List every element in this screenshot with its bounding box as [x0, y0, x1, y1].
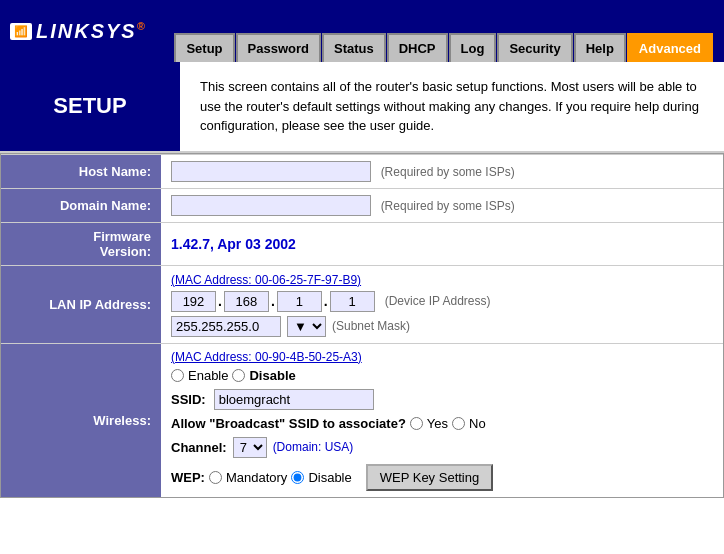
setup-header: SETUP This screen contains all of the ro…: [0, 62, 724, 153]
ssid-row: SSID:: [171, 389, 713, 410]
nav-advanced[interactable]: Advanced: [627, 33, 713, 62]
ip-dot-1: .: [218, 293, 222, 309]
domain-name-note: (Required by some ISPs): [381, 199, 515, 213]
ssid-input[interactable]: [214, 389, 374, 410]
ssid-label: SSID:: [171, 392, 206, 407]
broadcast-yes-label: Yes: [427, 416, 448, 431]
wireless-row: Wireless: (MAC Address: 00-90-4B-50-25-A…: [1, 343, 723, 497]
subnet-dropdown[interactable]: ▼: [287, 316, 326, 337]
wep-mandatory-radio[interactable]: [209, 471, 222, 484]
broadcast-label: Allow "Broadcast" SSID to associate?: [171, 416, 406, 431]
domain-name-value: (Required by some ISPs): [161, 188, 723, 222]
domain-name-row: Domain Name: (Required by some ISPs): [1, 188, 723, 222]
host-name-value: (Required by some ISPs): [161, 154, 723, 188]
form-table: Host Name: (Required by some ISPs) Domai…: [1, 154, 723, 497]
wep-disable-radio[interactable]: [291, 471, 304, 484]
subnet-label: (Subnet Mask): [332, 319, 410, 333]
nav-dhcp[interactable]: DHCP: [387, 33, 448, 62]
channel-row: Channel: 7 (Domain: USA): [171, 437, 713, 458]
ip-dot-3: .: [324, 293, 328, 309]
header: 📶 LINKSYS® Setup Password Status DHCP Lo…: [0, 0, 724, 62]
main-content: Host Name: (Required by some ISPs) Domai…: [0, 153, 724, 498]
nav-password[interactable]: Password: [236, 33, 321, 62]
lan-ip-value: (MAC Address: 00-06-25-7F-97-B9) . . . (…: [161, 265, 723, 343]
device-ip-label: (Device IP Address): [385, 294, 491, 308]
firmware-label: FirmwareVersion:: [1, 222, 161, 265]
subnet-input[interactable]: [171, 316, 281, 337]
wireless-enable-label: Enable: [188, 368, 228, 383]
wireless-label: Wireless:: [1, 343, 161, 497]
wireless-disable-radio[interactable]: [232, 369, 245, 382]
wireless-mac-address[interactable]: (MAC Address: 00-90-4B-50-25-A3): [171, 350, 713, 364]
domain-label: (Domain: USA): [273, 440, 354, 454]
broadcast-row: Allow "Broadcast" SSID to associate? Yes…: [171, 416, 713, 431]
broadcast-no-label: No: [469, 416, 486, 431]
domain-name-label: Domain Name:: [1, 188, 161, 222]
nav-status[interactable]: Status: [322, 33, 386, 62]
brand-name: LINKSYS®: [36, 20, 147, 43]
domain-name-input[interactable]: [171, 195, 371, 216]
ip-dot-2: .: [271, 293, 275, 309]
wireless-value: (MAC Address: 00-90-4B-50-25-A3) Enable …: [161, 343, 723, 497]
channel-label: Channel:: [171, 440, 227, 455]
ip-octet-4[interactable]: [330, 291, 375, 312]
broadcast-yes-radio[interactable]: [410, 417, 423, 430]
nav-log[interactable]: Log: [449, 33, 497, 62]
setup-description: This screen contains all of the router's…: [180, 62, 724, 151]
logo-box: 📶: [10, 23, 32, 40]
host-name-row: Host Name: (Required by some ISPs): [1, 154, 723, 188]
ip-address-row: . . . (Device IP Address): [171, 291, 713, 312]
firmware-value: 1.42.7, Apr 03 2002: [161, 222, 723, 265]
lan-ip-label: LAN IP Address:: [1, 265, 161, 343]
wep-key-setting-button[interactable]: WEP Key Setting: [366, 464, 493, 491]
wireless-disable-label: Disable: [249, 368, 295, 383]
page-title: SETUP: [0, 62, 180, 151]
nav-bar: Setup Password Status DHCP Log Security …: [174, 0, 714, 62]
channel-select[interactable]: 7: [233, 437, 267, 458]
wireless-enable-row: Enable Disable: [171, 368, 713, 383]
host-name-input[interactable]: [171, 161, 371, 182]
wep-label: WEP:: [171, 470, 205, 485]
host-name-note: (Required by some ISPs): [381, 165, 515, 179]
nav-help[interactable]: Help: [574, 33, 626, 62]
ip-octet-1[interactable]: [171, 291, 216, 312]
wep-disable-label: Disable: [308, 470, 351, 485]
lan-ip-row: LAN IP Address: (MAC Address: 00-06-25-7…: [1, 265, 723, 343]
wep-row: WEP: Mandatory Disable WEP Key Setting: [171, 464, 713, 491]
subnet-row: ▼ (Subnet Mask): [171, 316, 713, 337]
lan-mac-address[interactable]: (MAC Address: 00-06-25-7F-97-B9): [171, 273, 361, 287]
firmware-version-text: 1.42.7, Apr 03 2002: [171, 236, 296, 252]
wep-mandatory-label: Mandatory: [226, 470, 287, 485]
nav-security[interactable]: Security: [497, 33, 572, 62]
nav-setup[interactable]: Setup: [174, 33, 234, 62]
registered-mark: ®: [137, 20, 147, 32]
ip-octet-2[interactable]: [224, 291, 269, 312]
broadcast-no-radio[interactable]: [452, 417, 465, 430]
host-name-label: Host Name:: [1, 154, 161, 188]
ip-octet-3[interactable]: [277, 291, 322, 312]
wireless-enable-radio[interactable]: [171, 369, 184, 382]
firmware-row: FirmwareVersion: 1.42.7, Apr 03 2002: [1, 222, 723, 265]
logo: 📶 LINKSYS®: [10, 20, 147, 43]
